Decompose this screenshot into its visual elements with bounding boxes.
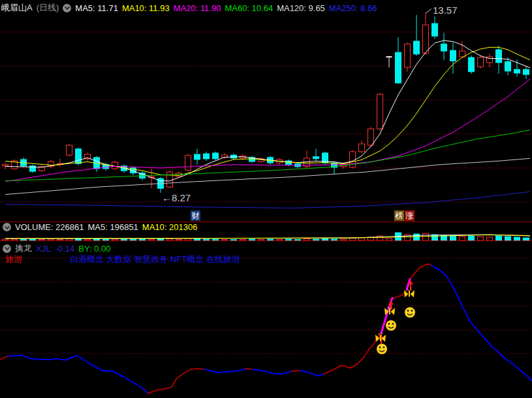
volume-bars xyxy=(3,233,529,240)
main-candlestick-pane[interactable]: 13.57←8.27 xyxy=(0,0,532,222)
volume-ma5-value: MA5: 196851 xyxy=(88,222,138,232)
ma60-legend: MA60: 10.64 xyxy=(225,3,273,13)
collapse-main-pane-icon[interactable] xyxy=(63,4,71,12)
ma120-legend: MA120: 9.65 xyxy=(277,3,325,13)
ma-line-MA60 xyxy=(5,130,530,181)
high-price-label: 13.57 xyxy=(433,5,458,16)
ma-line-MA250 xyxy=(5,191,530,208)
pane-divider-2 xyxy=(0,240,532,241)
indicator-curve xyxy=(0,264,532,393)
sector-tag-tourism[interactable]: 旅游 xyxy=(5,254,22,265)
ma10-legend: MA10: 11.93 xyxy=(122,3,170,13)
ma20-legend: MA20: 11.90 xyxy=(174,3,221,13)
stock-chart-app: 13.57←8.27 峨眉山A (日线) MA5: 11.71 MA10: 11… xyxy=(0,0,532,398)
rise-badge[interactable]: 涨 xyxy=(405,210,415,221)
ma-line-MA120 xyxy=(5,158,530,194)
indicator-name: 擒龙 xyxy=(15,242,32,254)
indicator-by-value: BY: 0.00 xyxy=(78,244,110,254)
collapse-volume-pane-icon[interactable] xyxy=(3,223,11,231)
low-price-label: ←8.27 xyxy=(162,192,191,203)
concept-tag-links[interactable]: 白酒概念 大数据 智慧政务 NFT概念 在线旅游 xyxy=(70,254,240,265)
ma-line-MA20 xyxy=(5,79,530,182)
ma-line-MA5 xyxy=(5,41,530,181)
stock-name: 峨眉山A xyxy=(1,2,33,14)
chart-period: (日线) xyxy=(37,2,59,14)
indicator-header: 擒龙 XJL: -0.14 BY: 0.00 xyxy=(3,242,110,254)
volume-value: VOLUME: 226861 xyxy=(15,222,84,232)
volume-header: VOLUME: 226861 MA5: 196851 MA10: 201306 xyxy=(3,222,197,232)
ma-line-MA10 xyxy=(5,47,530,175)
ma5-legend: MA5: 11.71 xyxy=(75,3,118,13)
main-chart-header: 峨眉山A (日线) MA5: 11.71 MA10: 11.93 MA20: 1… xyxy=(1,2,377,14)
rank-badge[interactable]: 榜 xyxy=(394,210,404,221)
ma250-legend: MA250: 8.66 xyxy=(329,3,377,13)
finance-news-badge[interactable]: 财 xyxy=(191,210,200,221)
indicator-xjl-value: XJL: -0.14 xyxy=(36,244,74,254)
indicator-gridlines xyxy=(0,258,532,354)
ma-lines xyxy=(5,41,530,208)
candlestick-series xyxy=(3,12,529,193)
collapse-indicator-pane-icon[interactable] xyxy=(3,244,11,253)
volume-ma10-value: MA10: 201306 xyxy=(142,222,198,232)
